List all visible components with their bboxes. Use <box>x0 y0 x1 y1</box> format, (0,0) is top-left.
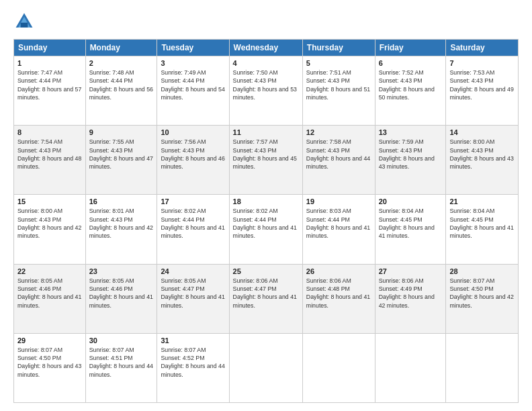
day-number: 29 <box>17 336 82 345</box>
day-info: Sunrise: 7:54 AMSunset: 4:43 PMDaylight:… <box>17 138 82 171</box>
calendar-cell: 25Sunrise: 8:06 AMSunset: 4:47 PMDayligh… <box>229 264 302 333</box>
day-info: Sunrise: 8:00 AMSunset: 4:43 PMDaylight:… <box>17 207 82 240</box>
day-info: Sunrise: 7:59 AMSunset: 4:43 PMDaylight:… <box>379 138 443 171</box>
day-number: 25 <box>233 267 299 275</box>
calendar-cell: 14Sunrise: 8:00 AMSunset: 4:43 PMDayligh… <box>446 126 519 195</box>
calendar-cell: 4Sunrise: 7:50 AMSunset: 4:43 PMDaylight… <box>229 56 302 126</box>
day-info: Sunrise: 7:51 AMSunset: 4:43 PMDaylight:… <box>306 68 371 101</box>
calendar-cell: 5Sunrise: 7:51 AMSunset: 4:43 PMDaylight… <box>302 56 375 126</box>
calendar-cell: 7Sunrise: 7:53 AMSunset: 4:43 PMDaylight… <box>446 56 519 126</box>
weekday-header: Tuesday <box>157 40 229 56</box>
day-number: 22 <box>17 267 82 275</box>
day-info: Sunrise: 8:07 AMSunset: 4:52 PMDaylight:… <box>161 346 225 379</box>
calendar-cell: 9Sunrise: 7:55 AMSunset: 4:43 PMDaylight… <box>85 126 157 195</box>
calendar-cell: 10Sunrise: 7:56 AMSunset: 4:43 PMDayligh… <box>157 126 229 195</box>
calendar-cell: 23Sunrise: 8:05 AMSunset: 4:46 PMDayligh… <box>85 264 157 333</box>
day-info: Sunrise: 8:01 AMSunset: 4:43 PMDaylight:… <box>89 207 154 240</box>
calendar-cell: 18Sunrise: 8:02 AMSunset: 4:44 PMDayligh… <box>229 195 302 264</box>
weekday-header: Thursday <box>302 40 375 56</box>
day-info: Sunrise: 8:00 AMSunset: 4:43 PMDaylight:… <box>449 138 515 171</box>
day-info: Sunrise: 8:03 AMSunset: 4:44 PMDaylight:… <box>306 207 371 240</box>
day-info: Sunrise: 7:52 AMSunset: 4:43 PMDaylight:… <box>379 68 443 101</box>
weekday-header: Wednesday <box>229 40 302 56</box>
calendar-cell: 11Sunrise: 7:57 AMSunset: 4:43 PMDayligh… <box>229 126 302 195</box>
calendar-cell: 15Sunrise: 8:00 AMSunset: 4:43 PMDayligh… <box>14 195 86 264</box>
day-number: 24 <box>161 267 225 275</box>
calendar-cell: 2Sunrise: 7:48 AMSunset: 4:44 PMDaylight… <box>85 56 157 126</box>
calendar-cell: 13Sunrise: 7:59 AMSunset: 4:43 PMDayligh… <box>375 126 446 195</box>
day-info: Sunrise: 7:50 AMSunset: 4:43 PMDaylight:… <box>233 68 299 101</box>
day-number: 18 <box>233 197 299 205</box>
day-info: Sunrise: 7:53 AMSunset: 4:43 PMDaylight:… <box>449 68 515 101</box>
day-number: 7 <box>449 59 515 67</box>
day-number: 17 <box>161 197 225 205</box>
calendar-cell: 1Sunrise: 7:47 AMSunset: 4:44 PMDaylight… <box>14 56 86 126</box>
day-info: Sunrise: 8:02 AMSunset: 4:44 PMDaylight:… <box>161 207 225 240</box>
day-number: 11 <box>233 128 299 136</box>
day-info: Sunrise: 8:07 AMSunset: 4:50 PMDaylight:… <box>449 277 515 310</box>
calendar-cell: 24Sunrise: 8:05 AMSunset: 4:47 PMDayligh… <box>157 264 229 333</box>
weekday-header: Friday <box>375 40 446 56</box>
calendar-cell: 19Sunrise: 8:03 AMSunset: 4:44 PMDayligh… <box>302 195 375 264</box>
calendar-cell: 31Sunrise: 8:07 AMSunset: 4:52 PMDayligh… <box>157 333 229 402</box>
day-number: 30 <box>89 336 154 345</box>
day-info: Sunrise: 8:02 AMSunset: 4:44 PMDaylight:… <box>233 207 299 240</box>
weekday-header: Saturday <box>446 40 519 56</box>
calendar-cell <box>375 333 446 402</box>
day-info: Sunrise: 8:06 AMSunset: 4:49 PMDaylight:… <box>379 277 443 310</box>
day-info: Sunrise: 8:04 AMSunset: 4:45 PMDaylight:… <box>449 207 515 240</box>
weekday-header: Monday <box>85 40 157 56</box>
day-number: 5 <box>306 59 371 67</box>
day-info: Sunrise: 7:56 AMSunset: 4:43 PMDaylight:… <box>161 138 225 171</box>
day-info: Sunrise: 8:05 AMSunset: 4:46 PMDaylight:… <box>17 277 82 310</box>
day-number: 20 <box>379 197 443 205</box>
day-info: Sunrise: 7:49 AMSunset: 4:44 PMDaylight:… <box>161 68 225 101</box>
day-number: 26 <box>306 267 371 275</box>
day-info: Sunrise: 7:58 AMSunset: 4:43 PMDaylight:… <box>306 138 371 171</box>
calendar-cell <box>302 333 375 402</box>
weekday-header: Sunday <box>14 40 86 56</box>
day-info: Sunrise: 7:47 AMSunset: 4:44 PMDaylight:… <box>17 68 82 101</box>
calendar-cell: 20Sunrise: 8:04 AMSunset: 4:45 PMDayligh… <box>375 195 446 264</box>
calendar-cell: 28Sunrise: 8:07 AMSunset: 4:50 PMDayligh… <box>446 264 519 333</box>
logo-icon <box>13 11 35 32</box>
day-number: 6 <box>379 59 443 67</box>
day-number: 23 <box>89 267 154 275</box>
calendar-table: SundayMondayTuesdayWednesdayThursdayFrid… <box>13 39 519 403</box>
day-number: 10 <box>161 128 225 136</box>
calendar-cell: 21Sunrise: 8:04 AMSunset: 4:45 PMDayligh… <box>446 195 519 264</box>
calendar-cell: 27Sunrise: 8:06 AMSunset: 4:49 PMDayligh… <box>375 264 446 333</box>
day-info: Sunrise: 8:07 AMSunset: 4:51 PMDaylight:… <box>89 346 154 379</box>
calendar-cell: 8Sunrise: 7:54 AMSunset: 4:43 PMDaylight… <box>14 126 86 195</box>
calendar-cell: 17Sunrise: 8:02 AMSunset: 4:44 PMDayligh… <box>157 195 229 264</box>
day-number: 13 <box>379 128 443 136</box>
day-number: 15 <box>17 197 82 205</box>
day-info: Sunrise: 7:55 AMSunset: 4:43 PMDaylight:… <box>89 138 154 171</box>
day-info: Sunrise: 8:05 AMSunset: 4:46 PMDaylight:… <box>89 277 154 310</box>
calendar-cell: 29Sunrise: 8:07 AMSunset: 4:50 PMDayligh… <box>14 333 86 402</box>
calendar-cell <box>229 333 302 402</box>
day-number: 9 <box>89 128 154 136</box>
day-number: 12 <box>306 128 371 136</box>
day-number: 4 <box>233 59 299 67</box>
day-number: 19 <box>306 197 371 205</box>
day-info: Sunrise: 8:06 AMSunset: 4:48 PMDaylight:… <box>306 277 371 310</box>
day-number: 31 <box>161 336 225 345</box>
logo <box>13 11 38 32</box>
day-info: Sunrise: 8:07 AMSunset: 4:50 PMDaylight:… <box>17 346 82 379</box>
calendar-cell: 30Sunrise: 8:07 AMSunset: 4:51 PMDayligh… <box>85 333 157 402</box>
day-number: 8 <box>17 128 82 136</box>
calendar-cell: 6Sunrise: 7:52 AMSunset: 4:43 PMDaylight… <box>375 56 446 126</box>
calendar-cell: 3Sunrise: 7:49 AMSunset: 4:44 PMDaylight… <box>157 56 229 126</box>
day-number: 28 <box>449 267 515 275</box>
header <box>13 11 519 32</box>
calendar-cell: 22Sunrise: 8:05 AMSunset: 4:46 PMDayligh… <box>14 264 86 333</box>
day-number: 21 <box>449 197 515 205</box>
calendar-cell <box>446 333 519 402</box>
day-info: Sunrise: 8:06 AMSunset: 4:47 PMDaylight:… <box>233 277 299 310</box>
day-number: 3 <box>161 59 225 67</box>
day-info: Sunrise: 8:04 AMSunset: 4:45 PMDaylight:… <box>379 207 443 240</box>
day-info: Sunrise: 8:05 AMSunset: 4:47 PMDaylight:… <box>161 277 225 310</box>
calendar-cell: 16Sunrise: 8:01 AMSunset: 4:43 PMDayligh… <box>85 195 157 264</box>
day-info: Sunrise: 7:57 AMSunset: 4:43 PMDaylight:… <box>233 138 299 171</box>
